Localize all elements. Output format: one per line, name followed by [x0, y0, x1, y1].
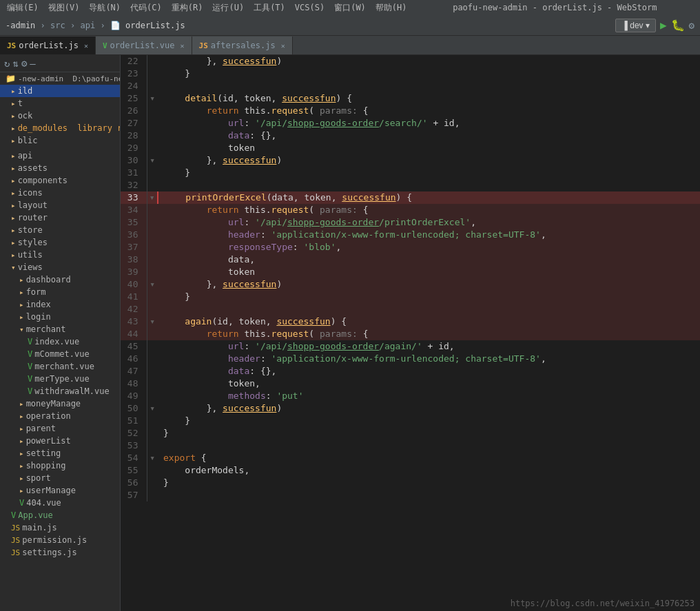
menu-edit[interactable]: 编辑(E) [3, 0, 43, 15]
sidebar-item-mcommet-vue[interactable]: V mCommet.vue [0, 348, 120, 360]
tab-close-icon[interactable]: ✕ [181, 42, 185, 50]
fold-gutter[interactable] [147, 80, 158, 92]
fold-gutter[interactable]: ▾ [147, 402, 158, 415]
sidebar-item-dashboard[interactable]: ▸ dashboard [0, 273, 120, 286]
tab-close-icon[interactable]: ✕ [281, 42, 285, 50]
fold-gutter[interactable] [147, 328, 158, 340]
menu-nav[interactable]: 导航(N) [85, 0, 125, 15]
fold-gutter[interactable] [147, 489, 158, 501]
sidebar-item-powerlist[interactable]: ▸ powerList [0, 435, 120, 447]
sidebar-item-index[interactable]: ▸ index [0, 298, 120, 311]
settings-icon[interactable]: ⚙ [21, 58, 27, 69]
fold-gutter[interactable] [147, 439, 158, 452]
tab-close-icon[interactable]: ✕ [84, 42, 88, 50]
sidebar-item-router[interactable]: ▸ router [0, 211, 120, 224]
menu-tools[interactable]: 工具(T) [249, 0, 289, 15]
sidebar-item-utils[interactable]: ▸ utils [0, 249, 120, 261]
project-root[interactable]: 📁 -new-admin D:\paofu-new-a... [0, 72, 120, 85]
sidebar-item-node-modules[interactable]: ▸ de_modules library root [0, 122, 120, 134]
sidebar-item-store[interactable]: ▸ store [0, 224, 120, 236]
menu-code[interactable]: 代码(C) [126, 0, 166, 15]
fold-gutter[interactable]: ▾ [147, 154, 158, 167]
fold-gutter[interactable] [147, 477, 158, 489]
sidebar-item-layout[interactable]: ▸ layout [0, 199, 120, 211]
sidebar-item-parent[interactable]: ▸ parent [0, 422, 120, 435]
sidebar-item-styles[interactable]: ▸ styles [0, 236, 120, 249]
fold-gutter[interactable] [147, 340, 158, 353]
sidebar-item-operation[interactable]: ▸ operation [0, 410, 120, 422]
settings-icon[interactable]: ⚙ [689, 20, 694, 31]
fold-gutter[interactable] [147, 55, 158, 68]
fold-gutter[interactable] [147, 266, 158, 278]
fold-gutter[interactable] [147, 365, 158, 377]
sidebar-item-withdrawal-vue[interactable]: V withdrawalM.vue [0, 385, 120, 397]
menu-run[interactable]: 运行(U) [208, 0, 248, 15]
fold-gutter[interactable] [147, 68, 158, 80]
menu-view[interactable]: 视图(V) [44, 0, 84, 15]
fold-gutter[interactable] [147, 142, 158, 154]
sidebar-item-public[interactable]: ▸ blic [0, 134, 120, 147]
sync-icon[interactable]: ↻ [4, 58, 10, 69]
sidebar-item-merchant-vue[interactable]: V merchant.vue [0, 360, 120, 373]
sidebar-item-ock[interactable]: ▸ ock [0, 110, 120, 122]
sidebar-item-moneymanage[interactable]: ▸ moneyManage [0, 397, 120, 410]
sidebar-item-app-vue[interactable]: V App.vue [0, 509, 120, 521]
sidebar-item-assets[interactable]: ▸ assets [0, 162, 120, 174]
fold-gutter[interactable] [147, 377, 158, 390]
menu-refactor[interactable]: 重构(R) [167, 0, 207, 15]
branch-button[interactable]: ▐ dev ▾ [615, 19, 656, 32]
fold-gutter[interactable] [147, 117, 158, 130]
sidebar-item-usermanage[interactable]: ▸ userManage [0, 484, 120, 497]
fold-gutter[interactable] [147, 303, 158, 315]
fold-gutter[interactable] [147, 464, 158, 477]
fold-gutter[interactable] [147, 390, 158, 402]
fold-gutter[interactable] [147, 179, 158, 191]
sidebar-item-settings-js[interactable]: JS settings.js [0, 546, 120, 559]
sidebar-item-api[interactable]: ▸ api [0, 149, 120, 162]
fold-gutter[interactable] [147, 229, 158, 241]
sidebar-item-main-js[interactable]: JS main.js [0, 521, 120, 534]
sidebar-item-index-vue[interactable]: V index.vue [0, 335, 120, 348]
sidebar-item-mertype-vue[interactable]: V merType.vue [0, 373, 120, 385]
fold-gutter[interactable] [147, 253, 158, 266]
sidebar-item-t[interactable]: ▸ t [0, 97, 120, 110]
sidebar-item-ild[interactable]: ▸ ild [0, 85, 120, 97]
fold-gutter[interactable] [147, 415, 158, 427]
menu-vcs[interactable]: VCS(S) [291, 0, 329, 15]
tab-orderlist-js[interactable]: JS orderList.js ✕ [0, 37, 96, 54]
sidebar-item-404-vue[interactable]: V 404.vue [0, 497, 120, 509]
sidebar-item-login[interactable]: ▸ login [0, 311, 120, 323]
sidebar-item-sport[interactable]: ▸ sport [0, 472, 120, 484]
fold-gutter[interactable] [147, 353, 158, 365]
sidebar-item-permission-js[interactable]: JS permission.js [0, 534, 120, 546]
minimize-icon[interactable]: – [30, 58, 35, 69]
menu-window[interactable]: 窗口(W) [330, 0, 370, 15]
fold-gutter[interactable] [147, 130, 158, 142]
sidebar-item-shopping[interactable]: ▸ shopping [0, 459, 120, 472]
fold-gutter[interactable] [147, 241, 158, 253]
sidebar-item-components[interactable]: ▸ components [0, 174, 120, 187]
collapse-icon[interactable]: ⇅ [12, 58, 18, 69]
fold-gutter[interactable]: ▾ [147, 92, 158, 105]
sidebar-item-setting[interactable]: ▸ setting [0, 447, 120, 459]
menu-help[interactable]: 帮助(H) [371, 0, 411, 15]
fold-gutter[interactable] [147, 216, 158, 229]
fold-gutter[interactable] [147, 167, 158, 179]
fold-gutter[interactable]: ▾ [147, 191, 158, 204]
run-button[interactable]: ▶ [660, 19, 667, 32]
fold-gutter[interactable] [147, 427, 158, 439]
fold-gutter[interactable] [147, 204, 158, 216]
sidebar-item-icons[interactable]: ▸ icons [0, 187, 120, 199]
debug-button[interactable]: 🐛 [671, 19, 685, 32]
sidebar-item-views[interactable]: ▾ views [0, 261, 120, 273]
sidebar-item-merchant[interactable]: ▾ merchant [0, 323, 120, 335]
fold-gutter[interactable] [147, 105, 158, 117]
tab-aftersales-js[interactable]: JS aftersales.js ✕ [192, 37, 293, 54]
code-editor[interactable]: 22 }, successfun) 23 } 24 [121, 55, 700, 611]
fold-gutter[interactable]: ▾ [147, 315, 158, 328]
sidebar-item-form[interactable]: ▸ form [0, 286, 120, 298]
fold-gutter[interactable] [147, 291, 158, 303]
fold-gutter[interactable]: ▾ [147, 452, 158, 464]
tab-orderlist-vue[interactable]: V orderList.vue ✕ [96, 37, 192, 54]
fold-gutter[interactable]: ▾ [147, 278, 158, 291]
